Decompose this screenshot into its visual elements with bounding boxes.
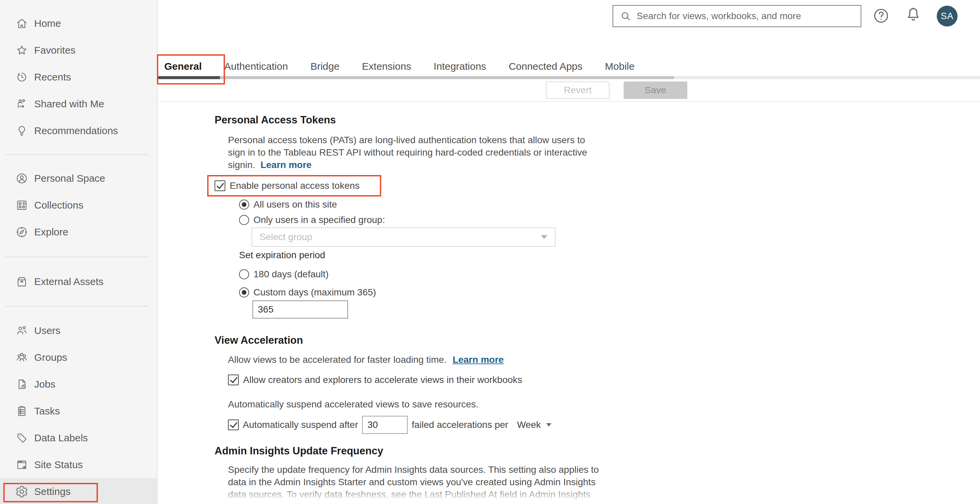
group-select[interactable]: Select group: [251, 227, 555, 247]
help-button[interactable]: [872, 7, 890, 26]
sidebar-item-label: Shared with Me: [34, 98, 104, 110]
chevron-down-icon: [546, 423, 552, 426]
enable-pat-label: Enable personal access tokens: [230, 180, 360, 191]
sidebar-item-label: Tasks: [34, 405, 60, 417]
annotation-box-enable-pat: Enable personal access tokens: [207, 175, 381, 197]
auto-suspend-checkbox[interactable]: [228, 420, 239, 430]
scope-group-row: Only users in a specified group:: [239, 215, 980, 225]
sidebar-item-collections[interactable]: Collections: [0, 192, 157, 219]
scope-all-users-radio[interactable]: [239, 200, 249, 210]
allow-accel-row: Allow creators and explorers to accelera…: [228, 375, 980, 385]
expiration-180-radio[interactable]: [239, 269, 249, 279]
collections-icon: [16, 199, 28, 211]
sidebar-item-jobs[interactable]: Jobs: [0, 371, 157, 398]
sidebar-item-data-labels[interactable]: Data Labels: [0, 425, 157, 452]
settings-content: Personal Access Tokens Personal access t…: [158, 102, 980, 504]
tab-connected-apps[interactable]: Connected Apps: [509, 60, 582, 73]
tag-icon: [16, 432, 28, 444]
avatar[interactable]: SA: [937, 6, 958, 27]
sidebar: Home Favorites Recents Shared with Me Re…: [0, 0, 158, 504]
sidebar-item-recents[interactable]: Recents: [0, 64, 157, 91]
sidebar-item-label: Jobs: [34, 378, 55, 390]
sidebar-item-label: Explore: [34, 226, 68, 238]
bell-icon: [905, 6, 922, 24]
tab-bridge[interactable]: Bridge: [310, 60, 340, 73]
allow-accel-checkbox[interactable]: [228, 375, 239, 385]
star-icon: [16, 44, 28, 57]
sidebar-item-shared-with-me[interactable]: Shared with Me: [0, 91, 157, 118]
sidebar-item-tasks[interactable]: Tasks: [0, 398, 157, 425]
sidebar-divider: [5, 306, 148, 307]
tab-authentication[interactable]: Authentication: [224, 60, 288, 73]
sidebar-item-explore[interactable]: Explore: [0, 219, 157, 245]
sidebar-item-label: External Assets: [34, 276, 103, 288]
drawer-icon: [16, 275, 28, 288]
search-input[interactable]: [637, 11, 854, 21]
sidebar-item-external-assets[interactable]: External Assets: [0, 268, 157, 295]
pat-description-text: signin.: [228, 160, 255, 170]
pat-description-line: sign in to the Tableau REST API without …: [228, 146, 980, 159]
notifications-button[interactable]: [905, 6, 922, 25]
tab-general[interactable]: General: [164, 60, 202, 73]
search-bar[interactable]: [612, 5, 861, 27]
tab-scrollbar-thumb[interactable]: [158, 76, 674, 79]
pat-learn-more-link[interactable]: Learn more: [261, 160, 312, 170]
suspend-period-select[interactable]: Week: [517, 420, 552, 430]
users-icon: [16, 324, 28, 337]
sidebar-item-label: Settings: [34, 486, 70, 497]
tab-mobile[interactable]: Mobile: [605, 60, 634, 73]
sidebar-item-groups[interactable]: Groups: [0, 344, 157, 371]
scope-group-label: Only users in a specified group:: [253, 215, 385, 225]
suspend-threshold-input[interactable]: [362, 416, 408, 434]
tab-integrations[interactable]: Integrations: [434, 60, 486, 73]
sidebar-item-label: Data Labels: [34, 432, 88, 444]
scope-group-radio[interactable]: [239, 215, 249, 225]
site-status-icon: [16, 458, 28, 471]
auto-suspend-row: Automatically suspend after failed accel…: [228, 416, 980, 434]
section-title-view-acceleration: View Acceleration: [215, 333, 980, 347]
admin-insights-description-line: data sources. To verify data freshness, …: [228, 488, 980, 501]
section-title-admin-insights: Admin Insights Update Frequency: [215, 444, 980, 458]
expiration-180-row: 180 days (default): [239, 269, 980, 280]
scope-all-users-row: All users on this site: [239, 199, 980, 210]
sidebar-item-label: Site Status: [34, 459, 83, 471]
section-title-personal-access-tokens: Personal Access Tokens: [215, 113, 980, 127]
sidebar-item-label: Groups: [34, 352, 67, 363]
sidebar-item-favorites[interactable]: Favorites: [0, 37, 157, 64]
revert-button[interactable]: Revert: [546, 81, 609, 99]
sidebar-divider: [5, 154, 148, 155]
tab-extensions[interactable]: Extensions: [362, 60, 411, 73]
view-accel-learn-more-link[interactable]: Learn more: [453, 355, 504, 365]
compass-icon: [16, 226, 28, 238]
sidebar-item-settings[interactable]: Settings: [0, 478, 157, 504]
expiration-custom-label: Custom days (maximum 365): [253, 287, 376, 298]
sidebar-item-label: Users: [34, 325, 60, 336]
sidebar-item-label: Personal Space: [34, 173, 105, 184]
tasks-icon: [16, 405, 28, 418]
sidebar-divider: [5, 256, 148, 257]
expiration-custom-row: Custom days (maximum 365): [239, 287, 980, 298]
sidebar-item-users[interactable]: Users: [0, 317, 157, 344]
auto-suspend-label: Automatically suspend after: [243, 420, 358, 430]
chevron-down-icon: [541, 235, 547, 239]
save-button[interactable]: Save: [624, 81, 687, 99]
help-icon: [872, 7, 890, 24]
sidebar-item-personal-space[interactable]: Personal Space: [0, 165, 157, 192]
search-icon: [620, 10, 631, 22]
expiration-custom-radio[interactable]: [239, 288, 249, 297]
tableau-settings-page: Home Favorites Recents Shared with Me Re…: [0, 0, 980, 504]
enable-pat-checkbox[interactable]: [215, 180, 225, 191]
scope-all-users-label: All users on this site: [253, 199, 337, 210]
expiration-heading: Set expiration period: [239, 250, 980, 261]
sidebar-item-recommendations[interactable]: Recommendations: [0, 118, 157, 144]
sidebar-item-label: Collections: [34, 200, 83, 211]
main-area: SA General Authentication Bridge Extensi…: [158, 0, 980, 504]
expiration-180-label: 180 days (default): [253, 269, 329, 280]
person-circle-icon: [16, 172, 28, 185]
sidebar-item-site-status[interactable]: Site Status: [0, 452, 157, 478]
sidebar-item-label: Recents: [34, 72, 71, 83]
jobs-icon: [16, 378, 28, 391]
custom-days-input[interactable]: [253, 300, 348, 318]
suspend-period-value: Week: [517, 420, 541, 430]
sidebar-item-home[interactable]: Home: [0, 10, 157, 37]
